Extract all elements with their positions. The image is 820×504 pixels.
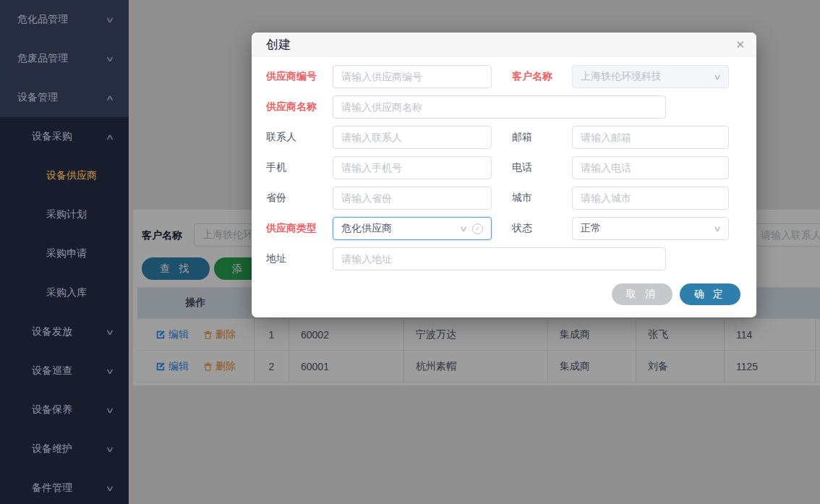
sidebar-item-spareparts-mgmt[interactable]: 备件管理 ∨ (0, 469, 129, 504)
supplier-code-input[interactable] (333, 65, 492, 88)
status-label: 状态 (512, 222, 572, 235)
sidebar-item-device-maintain[interactable]: 设备保养 ∨ (0, 390, 129, 430)
mobile-input[interactable] (333, 156, 492, 179)
app-root: 危化品管理 ∨ 危废品管理 ∨ 设备管理 ∧ 设备采购 ∧ 设备供应商 采购计划 (0, 0, 820, 504)
sidebar-item-label: 危化品管理 (17, 13, 68, 26)
create-supplier-modal: 创建 ✕ 供应商编号 客户名称 上海轶伦环境科技 ∨ 供应商名称 联系人 邮箱 (252, 33, 756, 317)
sidebar-item-hazchem-mgmt[interactable]: 危化品管理 ∨ (0, 0, 129, 39)
sidebar-item-device-issue[interactable]: 设备发放 ∨ (0, 312, 129, 351)
contact-input[interactable] (333, 126, 492, 149)
confirm-button[interactable]: 确 定 (680, 283, 740, 305)
customer-name-label: 客户名称 (512, 70, 572, 83)
close-icon[interactable]: ✕ (735, 33, 745, 56)
cancel-button[interactable]: 取 消 (612, 283, 672, 305)
circle-check-icon: ✓ (472, 223, 483, 234)
sidebar-item-label: 采购申请 (46, 247, 87, 260)
modal-header: 创建 ✕ (252, 33, 756, 56)
chevron-down-icon: ∨ (106, 406, 115, 415)
chevron-down-icon: ∨ (106, 54, 115, 64)
sidebar-item-purchase-plan[interactable]: 采购计划 (0, 195, 129, 234)
chevron-down-icon: ∨ (106, 445, 115, 454)
sidebar-item-label: 设备保养 (32, 403, 72, 417)
chevron-down-icon: ∨ (106, 367, 115, 376)
sidebar-item-device-inspect[interactable]: 设备巡查 ∨ (0, 351, 129, 390)
address-label: 地址 (266, 252, 333, 265)
mobile-label: 手机 (266, 161, 333, 174)
telephone-label: 电话 (512, 161, 572, 174)
chevron-down-icon: ∨ (106, 15, 115, 25)
status-select[interactable]: 正常 ∨ (572, 217, 729, 240)
province-input[interactable] (333, 187, 492, 210)
email-input[interactable] (572, 126, 729, 149)
email-label: 邮箱 (512, 131, 572, 144)
supplier-name-input[interactable] (333, 95, 666, 119)
supplier-name-label: 供应商名称 (266, 101, 333, 114)
province-label: 省份 (266, 192, 333, 205)
sidebar-item-device-repair[interactable]: 设备维护 ∨ (0, 430, 129, 469)
chevron-down-icon: ∨ (459, 224, 468, 234)
sidebar-item-label: 危废品管理 (17, 52, 68, 65)
supplier-type-label: 供应商类型 (266, 222, 333, 235)
sidebar-item-hazwaste-mgmt[interactable]: 危废品管理 ∨ (0, 39, 129, 78)
sidebar-item-label: 备件管理 (32, 482, 72, 495)
sidebar-item-purchase-inbound[interactable]: 采购入库 (0, 273, 129, 312)
modal-title: 创建 (252, 36, 291, 53)
telephone-input[interactable] (572, 156, 729, 179)
sidebar-item-label: 采购计划 (46, 208, 87, 221)
sidebar-item-label: 设备巡查 (32, 364, 72, 377)
chevron-down-icon: ∨ (106, 328, 115, 337)
sidebar: 危化品管理 ∨ 危废品管理 ∨ 设备管理 ∧ 设备采购 ∧ 设备供应商 采购计划 (0, 0, 129, 504)
sidebar-item-device-mgmt[interactable]: 设备管理 ∧ (0, 78, 129, 117)
sidebar-item-device-supplier[interactable]: 设备供应商 (0, 156, 129, 195)
chevron-down-icon: ∨ (713, 224, 722, 234)
chevron-down-icon: ∨ (713, 72, 722, 82)
sidebar-item-label: 设备维护 (32, 443, 72, 456)
sidebar-item-label: 设备供应商 (46, 169, 97, 182)
sidebar-item-purchase-apply[interactable]: 采购申请 (0, 234, 129, 273)
sidebar-item-label: 设备管理 (17, 91, 58, 104)
contact-label: 联系人 (266, 131, 333, 144)
chevron-up-icon: ∧ (106, 93, 115, 103)
modal-footer: 取 消 确 定 (252, 283, 756, 305)
city-input[interactable] (572, 187, 729, 210)
supplier-code-label: 供应商编号 (266, 70, 333, 83)
chevron-down-icon: ∨ (106, 484, 115, 493)
sidebar-item-label: 设备采购 (32, 130, 72, 143)
sidebar-item-device-purchase[interactable]: 设备采购 ∧ (0, 117, 129, 156)
sidebar-item-label: 设备发放 (32, 325, 72, 338)
customer-name-select: 上海轶伦环境科技 ∨ (572, 65, 729, 88)
sidebar-item-label: 采购入库 (46, 286, 87, 299)
sidebar-submenu-section: 设备采购 ∧ 设备供应商 采购计划 采购申请 采购入库 设备发放 ∨ 设备巡查 … (0, 117, 129, 504)
sidebar-top-section: 危化品管理 ∨ 危废品管理 ∨ 设备管理 ∧ (0, 0, 129, 117)
address-input[interactable] (333, 247, 666, 270)
city-label: 城市 (512, 192, 572, 205)
supplier-type-select[interactable]: 危化供应商 ∨ ✓ (333, 217, 492, 240)
chevron-up-icon: ∧ (106, 132, 115, 142)
